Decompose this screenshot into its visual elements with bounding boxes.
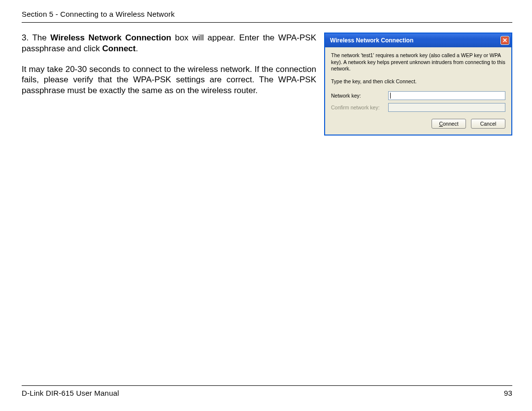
dialog-titlebar: Wireless Network Connection ✕ [325, 34, 511, 47]
dialog-body: The network 'test1' requires a network k… [325, 47, 511, 135]
step-text-post: . [135, 44, 138, 53]
dialog-message: The network 'test1' requires a network k… [331, 52, 505, 72]
content-row: 3. The Wireless Network Connection box w… [22, 33, 512, 136]
step-bold-2: Connect [102, 44, 135, 53]
page-footer: D-Link DIR-615 User Manual 93 [22, 385, 512, 397]
footer-page-number: 93 [504, 389, 512, 397]
dialog-title-text: Wireless Network Connection [330, 37, 413, 44]
footer-left: D-Link DIR-615 User Manual [22, 389, 119, 397]
network-key-input[interactable] [388, 91, 505, 100]
connect-button[interactable]: Connect [432, 119, 466, 129]
cancel-button[interactable]: Cancel [471, 119, 505, 129]
network-key-label: Network key: [331, 93, 384, 99]
step-bold-1: Wireless Network Connection [50, 33, 171, 42]
step-text-pre: The [32, 33, 50, 42]
dialog-instruction: Type the key, and then click Connect. [331, 78, 505, 84]
wireless-connection-dialog: Wireless Network Connection ✕ The networ… [324, 33, 512, 136]
confirm-key-input[interactable] [388, 103, 505, 112]
confirm-key-row: Confirm network key: [331, 103, 505, 112]
connect-rest: onnect [443, 121, 459, 127]
section-header: Section 5 - Connecting to a Wireless Net… [22, 10, 512, 23]
connect-underline: C [439, 121, 443, 127]
network-key-row: Network key: [331, 91, 505, 100]
step-number: 3. [22, 33, 29, 42]
instruction-text: 3. The Wireless Network Connection box w… [22, 33, 316, 96]
confirm-key-label: Confirm network key: [331, 104, 384, 110]
close-icon[interactable]: ✕ [500, 36, 509, 45]
text-cursor [390, 93, 391, 99]
dialog-buttons: Connect Cancel [331, 119, 505, 129]
step-paragraph: It may take 20-30 seconds to connect to … [22, 64, 316, 96]
step-3: 3. The Wireless Network Connection box w… [22, 33, 316, 54]
